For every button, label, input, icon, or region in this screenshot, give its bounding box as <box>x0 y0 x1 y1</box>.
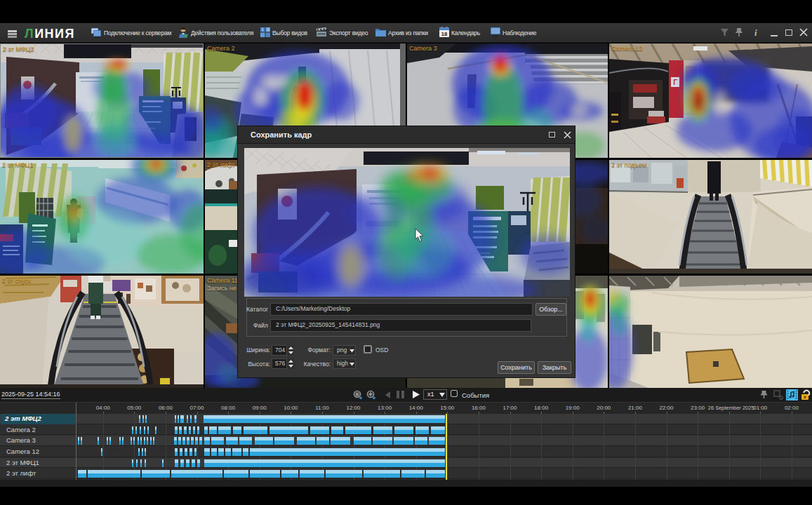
svg-text:18: 18 <box>441 31 447 37</box>
svg-text:2: 2 <box>267 27 269 32</box>
svg-text:1: 1 <box>262 27 264 32</box>
